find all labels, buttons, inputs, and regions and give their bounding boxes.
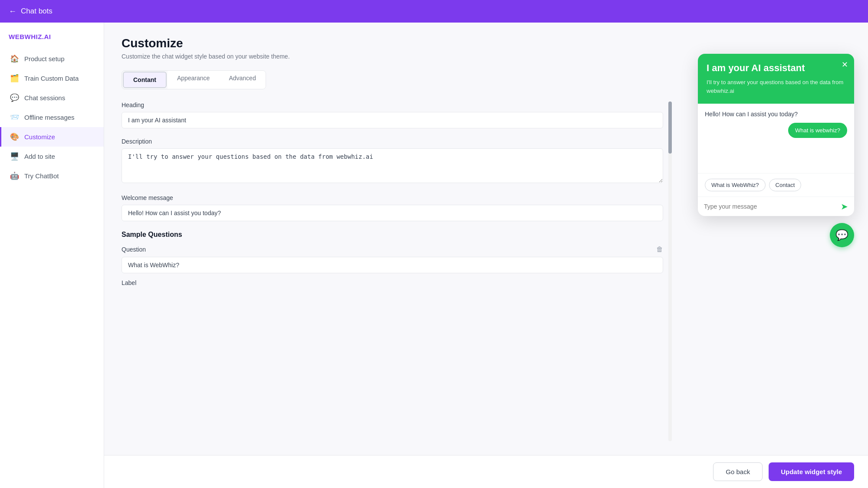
add-to-site-icon: 🖥️: [10, 152, 19, 161]
suggestion-pill[interactable]: What is WebWhiz?: [705, 179, 766, 191]
welcome-input[interactable]: [122, 205, 663, 221]
sidebar-item-customize[interactable]: 🎨Customize: [0, 127, 104, 147]
sidebar-item-train-custom-data[interactable]: 🗂️Train Custom Data: [0, 69, 104, 88]
question-label: Question: [122, 246, 146, 253]
question-label-row: Question 🗑: [122, 246, 663, 253]
chat-user-bubble: What is webwhiz?: [788, 123, 847, 138]
sidebar-item-product-setup[interactable]: 🏠Product setup: [0, 49, 104, 69]
chat-user-message-row: What is webwhiz?: [705, 123, 847, 138]
sample-questions-group: Sample Questions Question 🗑 Label: [122, 231, 663, 286]
chat-fab-button[interactable]: 💬: [830, 223, 854, 247]
label-label: Label: [122, 279, 663, 286]
sidebar-item-label: Customize: [24, 133, 55, 141]
suggestion-pill[interactable]: Contact: [769, 179, 802, 191]
product-setup-icon: 🏠: [10, 54, 19, 63]
right-panel: ✕ I am your AI assistant I'll try to ans…: [689, 36, 854, 441]
form-scroll: Heading Description I'll try to answer y…: [122, 102, 667, 441]
sidebar-item-offline-messages[interactable]: 📨Offline messages: [0, 108, 104, 127]
chat-send-button[interactable]: ➤: [841, 201, 848, 212]
customize-icon: 🎨: [10, 132, 19, 141]
page-title: Customize: [122, 36, 672, 50]
content-area: Customize Customize the chat widget styl…: [104, 23, 868, 488]
try-chatbot-icon: 🤖: [10, 171, 19, 180]
sidebar-item-label: Chat sessions: [24, 94, 65, 102]
chat-widget: ✕ I am your AI assistant I'll try to ans…: [698, 54, 854, 216]
heading-label: Heading: [122, 102, 663, 108]
page-subtitle: Customize the chat widget style based on…: [122, 53, 672, 60]
welcome-label: Welcome message: [122, 194, 663, 201]
sidebar-item-label: Offline messages: [24, 114, 75, 121]
topbar: ← Chat bots: [0, 0, 868, 23]
main-layout: WEBWHIZ.AI 🏠Product setup🗂️Train Custom …: [0, 23, 868, 488]
sample-questions-header: Sample Questions: [122, 231, 663, 239]
chat-body: Hello! How can I assist you today? What …: [698, 104, 854, 173]
sidebar-item-label: Train Custom Data: [24, 75, 79, 82]
brand-logo: WEBWHIZ.AI: [0, 33, 104, 49]
description-group: Description I'll try to answer your ques…: [122, 138, 663, 185]
description-label: Description: [122, 138, 663, 145]
sidebar-item-try-chatbot[interactable]: 🤖Try ChatBot: [0, 166, 104, 186]
sidebar: WEBWHIZ.AI 🏠Product setup🗂️Train Custom …: [0, 23, 104, 488]
welcome-group: Welcome message: [122, 194, 663, 221]
sidebar-item-label: Product setup: [24, 55, 65, 62]
description-textarea[interactable]: I'll try to answer your questions based …: [122, 148, 663, 183]
tabs: ContantAppearanceAdvanced: [122, 70, 266, 89]
tab-content[interactable]: Contant: [123, 72, 167, 88]
question-block: Question 🗑 Label: [122, 246, 663, 286]
heading-input[interactable]: [122, 112, 663, 128]
sidebar-item-add-to-site[interactable]: 🖥️Add to site: [0, 147, 104, 166]
chat-fab-icon: 💬: [835, 229, 848, 241]
scrollbar-track[interactable]: [668, 102, 672, 441]
topbar-title: Chat bots: [21, 7, 53, 16]
chat-close-button[interactable]: ✕: [842, 60, 848, 69]
question-input[interactable]: [122, 257, 663, 273]
chat-header: ✕ I am your AI assistant I'll try to ans…: [698, 54, 854, 104]
page-body: Customize Customize the chat widget styl…: [104, 23, 868, 455]
chat-suggestions: What is WebWhiz?Contact: [698, 173, 854, 197]
chat-sessions-icon: 💬: [10, 93, 19, 102]
chat-bot-message: Hello! How can I assist you today?: [705, 111, 847, 118]
delete-question-icon[interactable]: 🗑: [656, 246, 663, 253]
tab-advanced[interactable]: Advanced: [219, 71, 265, 89]
heading-group: Heading: [122, 102, 663, 128]
back-icon[interactable]: ←: [9, 7, 16, 16]
sidebar-item-label: Try ChatBot: [24, 172, 59, 180]
footer: Go back Update widget style: [104, 455, 868, 488]
sidebar-item-chat-sessions[interactable]: 💬Chat sessions: [0, 88, 104, 108]
sidebar-item-label: Add to site: [24, 153, 55, 160]
tab-appearance[interactable]: Appearance: [168, 71, 220, 89]
form-wrapper: Heading Description I'll try to answer y…: [122, 102, 672, 441]
go-back-button[interactable]: Go back: [713, 462, 763, 481]
chat-message-input[interactable]: [704, 203, 837, 210]
chat-widget-heading: I am your AI assistant: [707, 62, 845, 74]
scrollbar-thumb[interactable]: [668, 102, 672, 154]
chat-input-row: ➤: [698, 197, 854, 216]
chat-widget-description: I'll try to answer your questions based …: [707, 78, 845, 95]
train-custom-data-icon: 🗂️: [10, 74, 19, 83]
left-panel: Customize Customize the chat widget styl…: [122, 36, 672, 441]
update-widget-button[interactable]: Update widget style: [769, 462, 854, 481]
offline-messages-icon: 📨: [10, 113, 19, 122]
